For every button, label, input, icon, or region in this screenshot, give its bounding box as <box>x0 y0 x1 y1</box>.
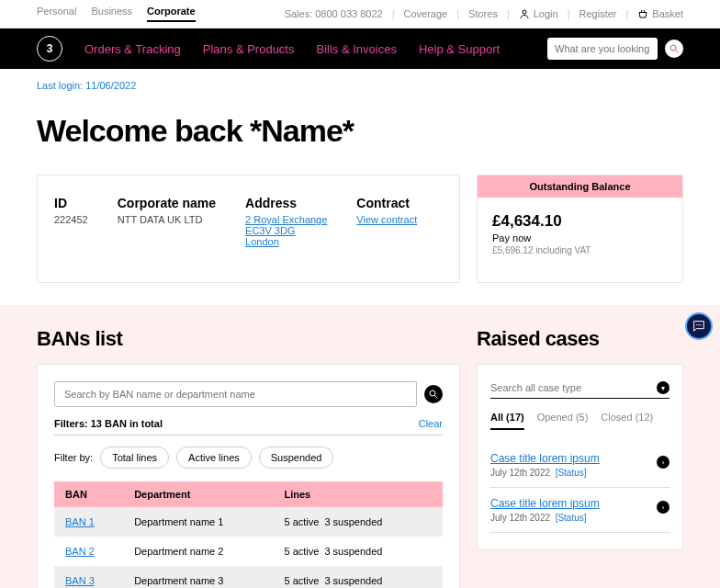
corp-value: NTT DATA UK LTD <box>118 214 216 225</box>
search-input[interactable] <box>547 38 658 60</box>
address-label: Address <box>245 196 327 210</box>
segment-tabs: Personal Business Corporate <box>37 6 196 22</box>
bans-card: Filters: 13 BAN in total Clear Filter by… <box>37 364 460 588</box>
nav-plans[interactable]: Plans & Products <box>203 42 295 56</box>
svg-point-7 <box>700 324 701 325</box>
chevron-right-icon: › <box>657 456 669 469</box>
segment-personal[interactable]: Personal <box>37 6 76 22</box>
coverage-link[interactable]: Coverage <box>404 8 448 19</box>
col-dept: Department <box>123 481 273 507</box>
lines-cell: 5 active3 suspended <box>274 537 444 566</box>
case-item[interactable]: Case title lorem ipsum July 12th 2022 [S… <box>490 443 669 488</box>
case-title-link[interactable]: Case title lorem ipsum <box>490 497 600 510</box>
svg-line-2 <box>676 51 679 53</box>
case-tabs: All (17) Opened (5) Closed (12) <box>490 412 669 430</box>
table-row: BAN 2 Department name 2 5 active3 suspen… <box>54 537 443 566</box>
svg-point-6 <box>698 324 699 325</box>
search-icon <box>428 389 439 400</box>
main-nav: 3 Orders & Tracking Plans & Products Bil… <box>0 28 720 69</box>
chat-icon <box>692 319 706 334</box>
dept-cell: Department name 3 <box>123 566 273 588</box>
segment-corporate[interactable]: Corporate <box>147 6 196 22</box>
corp-label: Corporate name <box>118 196 216 210</box>
svg-point-1 <box>670 45 676 51</box>
nav-bills[interactable]: Bills & Invoices <box>316 42 396 56</box>
last-login: Last login: 11/06/2022 <box>37 80 683 91</box>
address-line-2[interactable]: EC3V 3DG <box>245 225 327 236</box>
case-status: [Status] <box>556 468 587 478</box>
site-search <box>547 38 683 60</box>
lines-cell: 5 active3 suspended <box>274 566 444 588</box>
case-title-link[interactable]: Case title lorem ipsum <box>490 452 600 465</box>
balance-header: Outstanding Balance <box>478 175 682 198</box>
nav-help[interactable]: Help & Support <box>419 42 500 56</box>
account-summary-card: ID 222452 Corporate name NTT DATA UK LTD… <box>37 175 460 283</box>
ban-search-input[interactable] <box>54 381 417 407</box>
ban-link[interactable]: BAN 2 <box>65 546 95 557</box>
register-link[interactable]: Register <box>579 8 617 19</box>
basket-link[interactable]: Basket <box>637 8 683 19</box>
filterby-label: Filter by: <box>54 452 93 463</box>
case-status: [Status] <box>556 513 587 523</box>
sales-phone: Sales: 0800 033 8022 <box>285 8 383 19</box>
dept-cell: Department name 2 <box>123 537 273 566</box>
view-contract-link[interactable]: View contract <box>356 214 417 225</box>
table-row: BAN 1 Department name 1 5 active3 suspen… <box>54 507 443 537</box>
page-title: Welcome back *Name* <box>37 113 683 149</box>
segment-business[interactable]: Business <box>91 6 132 22</box>
tab-opened[interactable]: Opened (5) <box>537 412 589 430</box>
id-value: 222452 <box>54 214 88 225</box>
pay-now-link[interactable]: Pay now <box>492 232 668 243</box>
address-line-3[interactable]: London <box>245 236 327 247</box>
bans-table: BAN Department Lines BAN 1 Department na… <box>54 481 443 588</box>
filters-count: Filters: 13 BAN in total <box>54 418 163 429</box>
svg-point-0 <box>523 10 526 14</box>
svg-point-3 <box>430 390 435 396</box>
balance-card: Outstanding Balance £4,634.10 Pay now £5… <box>477 175 683 283</box>
bans-title: BANs list <box>37 327 460 351</box>
balance-vat: £5,696.12 including VAT <box>492 245 668 255</box>
top-links: Sales: 0800 033 8022| Coverage| Stores| … <box>285 8 683 19</box>
case-search-input[interactable] <box>490 382 657 393</box>
lines-cell: 5 active3 suspended <box>274 507 444 537</box>
case-date: July 12th 2022 <box>490 468 550 478</box>
basket-icon <box>637 8 648 19</box>
chevron-down-icon: ▾ <box>661 384 665 392</box>
tab-all[interactable]: All (17) <box>490 412 524 430</box>
login-link[interactable]: Login <box>519 8 558 19</box>
filter-active-lines[interactable]: Active lines <box>176 447 252 469</box>
address-line-1[interactable]: 2 Royal Exchange <box>245 214 327 225</box>
case-date: July 12th 2022 <box>490 513 550 523</box>
cases-card: ▾ All (17) Opened (5) Closed (12) Case t… <box>477 364 683 550</box>
col-ban: BAN <box>54 481 123 507</box>
ban-search-button[interactable] <box>424 385 443 403</box>
contract-label: Contract <box>356 196 417 210</box>
nav-orders[interactable]: Orders & Tracking <box>84 42 181 56</box>
filter-suspended[interactable]: Suspended <box>259 447 334 469</box>
svg-point-5 <box>696 324 697 325</box>
ban-link[interactable]: BAN 3 <box>65 575 95 586</box>
id-label: ID <box>54 196 88 210</box>
tab-closed[interactable]: Closed (12) <box>601 412 653 430</box>
stores-link[interactable]: Stores <box>468 8 498 19</box>
search-icon <box>669 43 680 54</box>
svg-line-4 <box>435 396 438 399</box>
brand-logo[interactable]: 3 <box>37 36 62 62</box>
chat-button[interactable] <box>685 312 713 340</box>
dept-cell: Department name 1 <box>123 507 273 537</box>
user-icon <box>519 8 530 19</box>
table-row: BAN 3 Department name 3 5 active3 suspen… <box>54 566 443 588</box>
cases-title: Raised cases <box>477 327 683 351</box>
col-lines: Lines <box>274 481 444 507</box>
case-search-dropdown[interactable]: ▾ <box>657 381 669 394</box>
balance-amount: £4,634.10 <box>492 212 668 231</box>
case-item[interactable]: Case title lorem ipsum July 12th 2022 [S… <box>490 488 669 533</box>
filter-total-lines[interactable]: Total lines <box>100 447 169 469</box>
top-utility-bar: Personal Business Corporate Sales: 0800 … <box>0 0 720 28</box>
clear-filters[interactable]: Clear <box>419 418 443 429</box>
chevron-right-icon: › <box>657 501 669 514</box>
ban-link[interactable]: BAN 1 <box>65 516 95 527</box>
search-button[interactable] <box>665 40 683 58</box>
